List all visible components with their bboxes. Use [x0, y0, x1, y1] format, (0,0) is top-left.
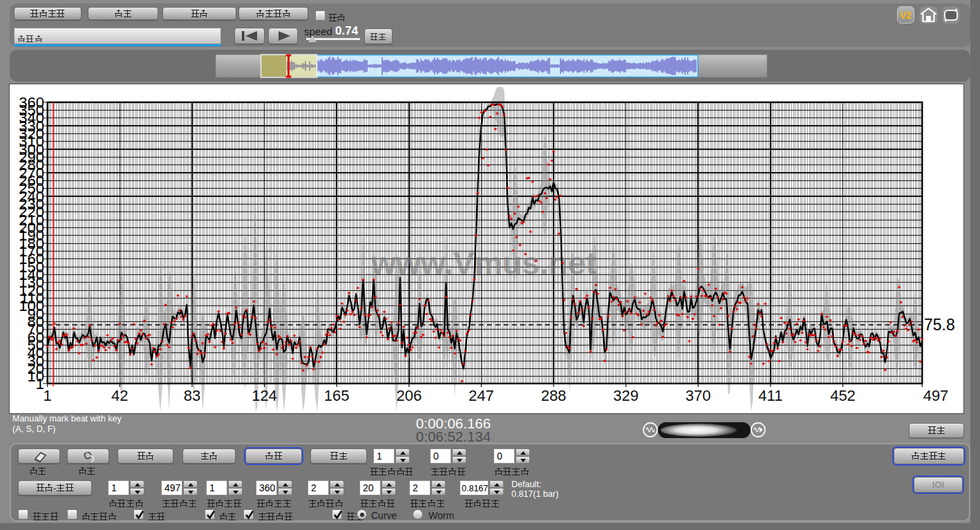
svg-text:165: 165 — [324, 387, 350, 404]
svg-text:411: 411 — [758, 387, 782, 404]
svg-text:329: 329 — [613, 387, 639, 404]
svg-text:247: 247 — [469, 387, 494, 404]
svg-text:288: 288 — [541, 387, 567, 404]
svg-text:370: 370 — [686, 387, 711, 404]
svg-text:83: 83 — [184, 387, 200, 404]
svg-text:1: 1 — [44, 387, 52, 404]
svg-text:75.8: 75.8 — [924, 316, 955, 334]
svg-text:497: 497 — [923, 387, 949, 404]
svg-text:42: 42 — [111, 387, 128, 404]
svg-text:124: 124 — [252, 387, 277, 404]
svg-text:206: 206 — [396, 387, 422, 404]
svg-text:452: 452 — [830, 387, 856, 404]
